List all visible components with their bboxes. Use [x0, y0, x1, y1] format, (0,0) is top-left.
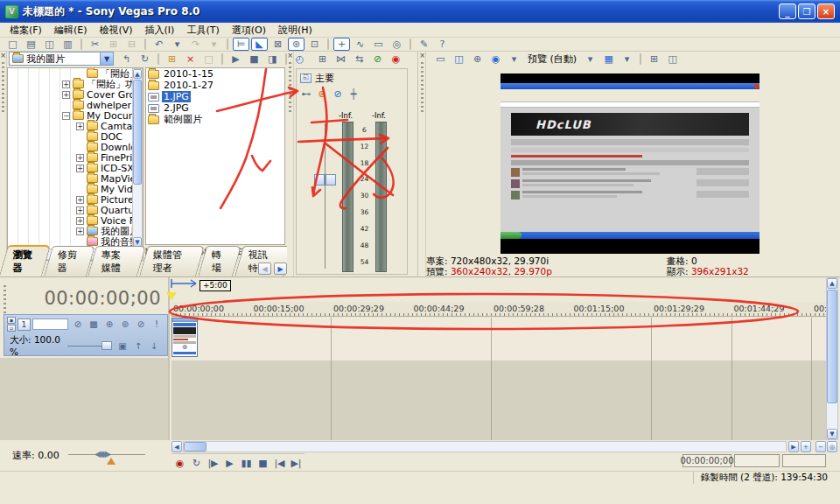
preview-toolbar-button[interactable]: ▾: [619, 52, 635, 66]
menu-item[interactable]: 檔案(F): [4, 23, 48, 38]
toolbar-button[interactable]: ▤: [23, 38, 39, 51]
minimize-button[interactable]: _: [779, 4, 796, 19]
transport-button[interactable]: |◀: [272, 456, 287, 471]
toolbar-button[interactable]: ◫: [41, 38, 58, 51]
explorer-toolbar-button[interactable]: ×: [182, 52, 199, 66]
tree-expander[interactable]: +: [62, 80, 70, 88]
menu-item[interactable]: 說明(H): [272, 23, 318, 38]
mixer-toolbar-button[interactable]: ⋈: [332, 52, 349, 66]
bus-strip-button[interactable]: ⊛: [315, 88, 329, 101]
folder-path-combo[interactable]: 我的圖片 ▼: [9, 52, 114, 66]
toolbar-button[interactable]: ✎: [416, 38, 432, 51]
toolbar-button[interactable]: ↷: [187, 38, 204, 51]
track-header[interactable]: ▪ ▫ 1 ⊘▩⊕⊛⊘! 大小: 100.0 % ▣↑↓: [4, 314, 168, 356]
toolbar-button[interactable]: [144, 38, 146, 50]
mixer-pane-grip[interactable]: ×: [287, 52, 294, 276]
tree-expander[interactable]: +: [76, 228, 84, 235]
bus-strip-button[interactable]: ⊘: [331, 88, 345, 101]
file-item[interactable]: 2010-1-27: [146, 80, 284, 91]
close-button[interactable]: ×: [817, 4, 835, 19]
meter-left[interactable]: [342, 122, 354, 272]
mixer-toolbar-button[interactable]: ⇆: [351, 52, 368, 66]
menu-item[interactable]: 編輯(E): [48, 23, 94, 38]
toolbar-button[interactable]: [80, 38, 82, 50]
file-item[interactable]: 1.JPG: [146, 91, 284, 102]
preview-toolbar-button[interactable]: ⊞: [646, 52, 662, 66]
transport-button[interactable]: ■: [256, 456, 270, 471]
timeline-marker[interactable]: [166, 292, 177, 300]
toolbar-button[interactable]: [227, 38, 228, 50]
cursor-timecode-box[interactable]: 00:00:00;00: [682, 454, 732, 467]
toolbar-button[interactable]: ⊠: [270, 38, 286, 51]
tree-item[interactable]: My Videos: [8, 184, 132, 194]
minimize-track-icon[interactable]: ▪: [7, 317, 16, 324]
tree-item[interactable]: + 「開始」功能: [8, 79, 132, 89]
tree-item[interactable]: + ICD-SX88: [8, 163, 132, 173]
toolbar-button[interactable]: ↶: [150, 38, 167, 51]
explorer-pane-grip[interactable]: ×: [0, 52, 7, 261]
transport-button[interactable]: ▶|: [289, 456, 304, 471]
preview-toolbar-button[interactable]: ◉: [487, 52, 504, 66]
tree-item[interactable]: + Cover Ground: [8, 89, 132, 100]
tabs-scroll-right[interactable]: ▶: [274, 262, 287, 275]
timeline-vscrollbar[interactable]: ▲ ▼: [826, 277, 838, 440]
menu-item[interactable]: 檢視(V): [93, 23, 138, 38]
menu-item[interactable]: 插入(I): [139, 23, 181, 38]
track-name-field[interactable]: [32, 318, 68, 330]
timeline-big-timecode[interactable]: 00:00:00;00: [44, 288, 161, 309]
track-number[interactable]: 1: [18, 318, 31, 331]
maximize-track-icon[interactable]: ▫: [7, 325, 16, 332]
scroll-right-button[interactable]: ▶: [788, 441, 799, 452]
tree-item[interactable]: − My Documents: [8, 110, 132, 121]
menu-item[interactable]: 選項(O): [226, 23, 272, 38]
tree-expander[interactable]: +: [62, 91, 70, 99]
preview-toolbar-button[interactable]: ▾: [506, 52, 522, 66]
dock-tab[interactable]: 媒體管理者: [139, 246, 205, 276]
dock-tab[interactable]: 專案媒體: [88, 246, 146, 276]
tree-expander[interactable]: +: [76, 154, 84, 162]
tree-item[interactable]: + FinePrint 檔: [8, 152, 132, 163]
toolbar-button[interactable]: ⊞: [105, 38, 122, 51]
file-item[interactable]: 範例圖片: [146, 114, 284, 125]
tree-item[interactable]: DOC: [8, 131, 132, 142]
dock-tab[interactable]: 修剪器: [44, 246, 95, 276]
toolbar-button[interactable]: ◎: [388, 38, 405, 51]
explorer-toolbar-button[interactable]: □: [200, 52, 217, 66]
close-pane-icon[interactable]: ×: [287, 52, 293, 60]
timeline-empty-area[interactable]: [172, 360, 826, 440]
pane-drag-handle[interactable]: [421, 62, 424, 115]
preview-toolbar-button[interactable]: ▾: [582, 52, 598, 66]
menu-item[interactable]: 工具(T): [180, 23, 225, 38]
file-item[interactable]: 2010-1-15: [146, 68, 284, 80]
toolbar-button[interactable]: ✂: [87, 38, 103, 51]
chevron-down-icon[interactable]: ▼: [100, 52, 113, 65]
preview-pane-grip[interactable]: ×: [419, 52, 426, 276]
toolbar-button[interactable]: ▭: [370, 38, 387, 51]
toolbar-button[interactable]: +: [333, 38, 350, 51]
track-button[interactable]: ↓: [147, 340, 161, 352]
transport-button[interactable]: ▶: [222, 456, 237, 471]
mixer-toolbar-button[interactable]: ⊘: [369, 52, 386, 66]
transport-button[interactable]: |▶: [206, 456, 220, 471]
tree-item[interactable]: MapView: [8, 173, 132, 184]
explorer-toolbar-button[interactable]: ▶: [228, 52, 244, 66]
restore-button[interactable]: ❐: [798, 4, 816, 19]
tree-expander[interactable]: −: [62, 112, 70, 120]
track-button[interactable]: ⊘: [134, 318, 148, 331]
timeline-hscrollbar[interactable]: ◀ ▶ + − ◎: [172, 441, 838, 453]
pane-drag-handle[interactable]: [2, 62, 4, 115]
track-button[interactable]: ⊕: [102, 318, 116, 331]
zoom-out-button[interactable]: −: [816, 441, 826, 452]
track-button[interactable]: !: [150, 318, 164, 331]
toolbar-button[interactable]: ▾: [169, 38, 186, 51]
tree-item[interactable]: dwhelper: [8, 100, 132, 110]
tree-item[interactable]: + Picture Mo: [8, 194, 132, 205]
bus-strip-button[interactable]: ┿: [346, 88, 360, 101]
mixer-toolbar-button[interactable]: ⊞: [314, 52, 331, 66]
preview-toolbar-button[interactable]: ▭: [432, 52, 449, 66]
tree-expander[interactable]: +: [76, 164, 84, 172]
explorer-toolbar-button[interactable]: ◨: [264, 52, 281, 66]
tree-vscrollbar[interactable]: ▲ ▼: [132, 68, 143, 248]
close-pane-icon[interactable]: ×: [419, 52, 425, 60]
explorer-toolbar-button[interactable]: ↰: [118, 52, 135, 66]
